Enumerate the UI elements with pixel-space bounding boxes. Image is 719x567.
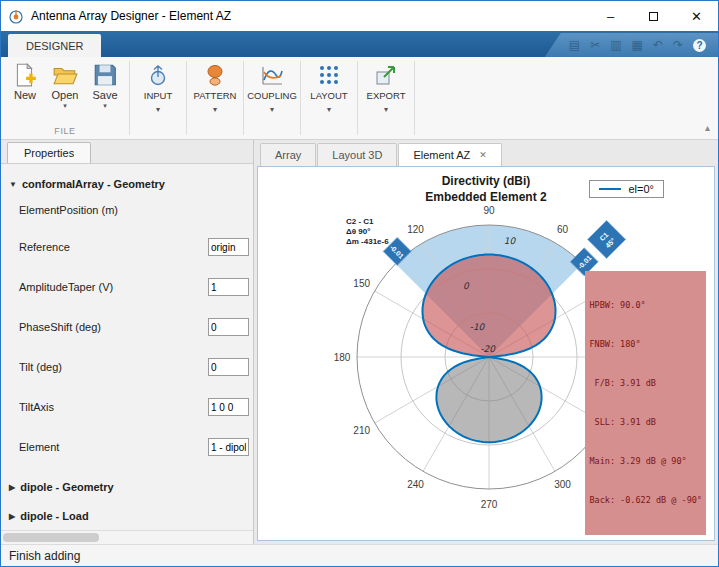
toolstrip: New Open ▾ Save ▾ FILE bbox=[1, 57, 718, 140]
annotation-line: C2 - C1 bbox=[346, 217, 389, 227]
section-collapsed-icon: ▶ bbox=[9, 512, 15, 521]
scrollbar-thumb[interactable] bbox=[3, 533, 99, 542]
close-button[interactable]: ✕ bbox=[675, 1, 718, 31]
app-window: Antenna Array Designer - Element AZ – ✕ … bbox=[0, 0, 719, 567]
field-reference: Reference bbox=[19, 238, 249, 256]
tab-element-az[interactable]: Element AZ ✕ bbox=[398, 143, 501, 166]
new-button[interactable]: New bbox=[6, 62, 44, 110]
open-dropdown-icon[interactable]: ▾ bbox=[63, 102, 67, 110]
minimize-button[interactable]: – bbox=[589, 1, 632, 31]
field-label: Reference bbox=[19, 241, 70, 253]
open-folder-icon bbox=[52, 62, 78, 88]
svg-text:10: 10 bbox=[504, 236, 517, 246]
save-button[interactable]: Save ▾ bbox=[86, 62, 124, 110]
legend[interactable]: el=0° bbox=[589, 180, 664, 198]
stats-line: HPBW: 90.0° bbox=[589, 299, 702, 312]
maximize-icon bbox=[649, 12, 658, 21]
redo-icon[interactable]: ↷ bbox=[673, 38, 683, 52]
toolbar-separator bbox=[414, 61, 415, 135]
field-label: PhaseShift (deg) bbox=[19, 321, 101, 333]
properties-body: ▼ conformalArray - Geometry ElementPosit… bbox=[1, 164, 253, 530]
svg-text:-10: -10 bbox=[470, 322, 486, 332]
export-icon bbox=[374, 63, 398, 87]
stats-line: F/B: 3.91 dB bbox=[589, 377, 702, 390]
input-dropdown[interactable]: INPUT ▾ bbox=[130, 57, 186, 139]
tilt-input[interactable] bbox=[208, 358, 249, 376]
file-section-caption: FILE bbox=[1, 126, 129, 139]
cut-icon[interactable]: ✂ bbox=[590, 38, 600, 52]
legend-label: el=0° bbox=[628, 183, 654, 195]
figure-tab-bar: Array Layout 3D Element AZ ✕ bbox=[257, 143, 715, 166]
coupling-icon bbox=[260, 63, 284, 87]
minimize-icon: – bbox=[607, 9, 614, 24]
tab-properties[interactable]: Properties bbox=[7, 142, 91, 163]
close-tab-icon[interactable]: ✕ bbox=[479, 150, 487, 160]
section-dipole-geometry[interactable]: ▶ dipole - Geometry bbox=[9, 481, 249, 493]
section-collapsed-icon: ▶ bbox=[9, 483, 15, 492]
toolstrip-tab-band: DESIGNER ▤ ✂ ▥ ▦ ↶ ↷ ? bbox=[1, 31, 718, 57]
export-dropdown[interactable]: EXPORT ▾ bbox=[358, 57, 414, 139]
reference-input[interactable] bbox=[208, 238, 249, 256]
field-label: TiltAxis bbox=[19, 401, 54, 413]
paste-icon[interactable]: ▦ bbox=[632, 38, 643, 52]
element-input[interactable] bbox=[208, 438, 249, 456]
stats-line: SLL: 3.91 dB bbox=[589, 416, 702, 429]
section-dipole-load[interactable]: ▶ dipole - Load bbox=[9, 510, 249, 522]
svg-text:180: 180 bbox=[334, 352, 351, 363]
collapse-toolstrip-button[interactable]: ▴ bbox=[705, 122, 710, 133]
new-button-label: New bbox=[14, 89, 36, 101]
window-controls: – ✕ bbox=[589, 1, 718, 31]
tiltaxis-input[interactable] bbox=[208, 398, 249, 416]
field-label: Tilt (deg) bbox=[19, 361, 62, 373]
back-lobe bbox=[436, 357, 541, 442]
properties-panel: Properties ▼ conformalArray - Geometry E… bbox=[1, 140, 254, 544]
tab-layout-3d[interactable]: Layout 3D bbox=[317, 143, 397, 166]
export-dropdown-icon: ▾ bbox=[384, 105, 388, 114]
amplitudetaper-input[interactable] bbox=[208, 278, 249, 296]
phaseshift-input[interactable] bbox=[208, 318, 249, 336]
properties-horizontal-scrollbar[interactable] bbox=[1, 530, 253, 544]
export-label: EXPORT bbox=[367, 90, 406, 101]
save-disk-icon bbox=[92, 62, 118, 88]
field-elementposition: ElementPosition (m) bbox=[19, 204, 249, 216]
pattern-dropdown[interactable]: PATTERN ▾ bbox=[187, 57, 243, 139]
tab-designer[interactable]: DESIGNER bbox=[8, 34, 101, 57]
plot-area: 0306090120150180210240270300330100-10-20… bbox=[257, 166, 715, 541]
pattern-dropdown-icon: ▾ bbox=[213, 105, 217, 114]
cursor-c1-marker[interactable]: C145° bbox=[588, 220, 626, 258]
section-title: dipole - Load bbox=[20, 510, 88, 522]
layout-icon bbox=[317, 63, 341, 87]
stats-line: FNBW: 180° bbox=[589, 338, 702, 351]
open-button[interactable]: Open ▾ bbox=[46, 62, 84, 110]
field-label: Element bbox=[19, 441, 59, 453]
undo-icon[interactable]: ↶ bbox=[653, 38, 663, 52]
coupling-label: COUPLING bbox=[247, 90, 297, 101]
save-icon[interactable]: ▤ bbox=[569, 38, 580, 52]
section-conformalarray-geometry[interactable]: ▼ conformalArray - Geometry bbox=[9, 178, 249, 190]
copy-icon[interactable]: ▥ bbox=[610, 38, 621, 52]
input-dropdown-icon: ▾ bbox=[156, 105, 160, 114]
coupling-dropdown-icon: ▾ bbox=[270, 105, 274, 114]
svg-text:120: 120 bbox=[407, 224, 424, 235]
legend-line bbox=[599, 188, 621, 191]
svg-text:270: 270 bbox=[481, 499, 498, 510]
field-amplitudetaper: AmplitudeTaper (V) bbox=[19, 278, 249, 296]
tab-array[interactable]: Array bbox=[260, 143, 316, 166]
save-dropdown-icon[interactable]: ▾ bbox=[103, 102, 107, 110]
field-phaseshift: PhaseShift (deg) bbox=[19, 318, 249, 336]
stats-box: HPBW: 90.0° FNBW: 180° F/B: 3.91 dB SLL:… bbox=[585, 271, 706, 535]
svg-text:90: 90 bbox=[483, 205, 495, 216]
app-icon bbox=[8, 8, 24, 24]
svg-text:240: 240 bbox=[407, 479, 424, 490]
maximize-button[interactable] bbox=[632, 1, 675, 31]
help-icon[interactable]: ? bbox=[693, 39, 706, 52]
layout-dropdown[interactable]: LAYOUT ▾ bbox=[301, 57, 357, 139]
stats-line: Back: -0.622 dB @ -90° bbox=[589, 494, 702, 507]
coupling-dropdown[interactable]: COUPLING ▾ bbox=[244, 57, 300, 139]
open-button-label: Open bbox=[52, 89, 79, 101]
delta-annotation: C2 - C1 Δθ 90° Δm -431e-6 bbox=[346, 217, 389, 247]
titlebar: Antenna Array Designer - Element AZ – ✕ bbox=[1, 1, 718, 31]
input-icon bbox=[146, 63, 170, 87]
section-title: conformalArray - Geometry bbox=[22, 178, 165, 190]
stats-line: Main: 3.29 dB @ 90° bbox=[589, 455, 702, 468]
